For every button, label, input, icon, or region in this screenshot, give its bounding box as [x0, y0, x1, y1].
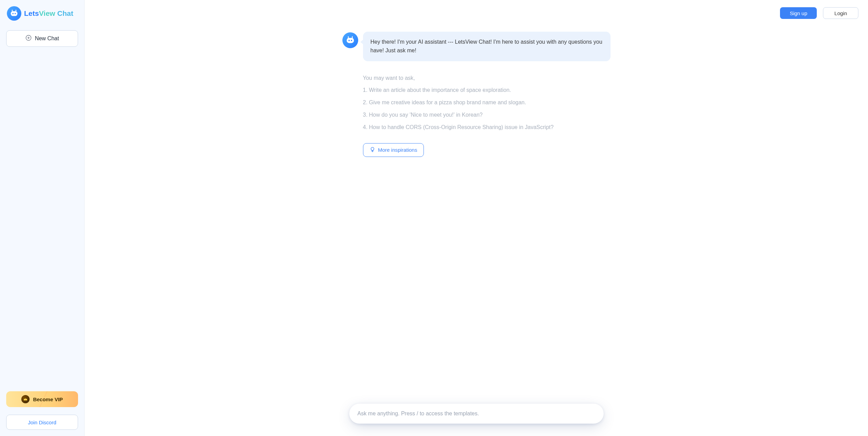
- suggestion-item[interactable]: 2. Give me creative ideas for a pizza sh…: [363, 98, 611, 107]
- composer[interactable]: [349, 404, 604, 424]
- brand-logo[interactable]: LetsView Chat: [6, 6, 78, 21]
- crown-icon: [21, 395, 30, 403]
- brand-name: LetsView Chat: [24, 9, 73, 18]
- discord-label: Join Discord: [28, 419, 56, 425]
- login-button[interactable]: Login: [823, 7, 858, 19]
- plus-circle-icon: [25, 34, 32, 43]
- assistant-message: Hey there! I'm your AI assistant --- Let…: [342, 32, 611, 61]
- svg-point-7: [348, 40, 350, 41]
- new-chat-label: New Chat: [35, 35, 59, 42]
- become-vip-button[interactable]: Become VIP: [6, 391, 78, 407]
- svg-rect-0: [11, 11, 18, 16]
- svg-point-2: [15, 13, 16, 14]
- chat-scroll[interactable]: Hey there! I'm your AI assistant --- Let…: [85, 26, 868, 436]
- signup-label: Sign up: [790, 10, 807, 16]
- suggestions-heading: You may want to ask,: [363, 75, 611, 81]
- svg-point-8: [351, 40, 352, 41]
- suggestion-item[interactable]: 1. Write an article about the importance…: [363, 86, 611, 94]
- signup-button[interactable]: Sign up: [780, 7, 817, 19]
- join-discord-button[interactable]: Join Discord: [6, 415, 78, 430]
- lightbulb-icon: [370, 147, 375, 153]
- svg-rect-6: [347, 38, 354, 43]
- login-label: Login: [834, 10, 847, 16]
- main-area: Sign up Login Hey there! I'm your AI ass…: [85, 0, 868, 436]
- more-inspirations-button[interactable]: More inspirations: [363, 143, 424, 157]
- composer-input[interactable]: [358, 411, 595, 417]
- assistant-avatar-icon: [342, 32, 358, 48]
- svg-point-1: [12, 13, 13, 14]
- sidebar: LetsView Chat New Chat Become VIP Join D…: [0, 0, 85, 436]
- brand-avatar-icon: [7, 6, 21, 21]
- suggestion-item[interactable]: 4. How to handle CORS (Cross-Origin Reso…: [363, 123, 611, 131]
- more-inspirations-label: More inspirations: [378, 147, 417, 153]
- vip-label: Become VIP: [33, 396, 63, 402]
- topbar: Sign up Login: [85, 0, 868, 26]
- assistant-message-text: Hey there! I'm your AI assistant --- Let…: [363, 32, 611, 61]
- suggestion-item[interactable]: 3. How do you say 'Nice to meet you!' in…: [363, 111, 611, 119]
- suggestions-block: You may want to ask, 1. Write an article…: [342, 75, 611, 157]
- new-chat-button[interactable]: New Chat: [6, 30, 78, 47]
